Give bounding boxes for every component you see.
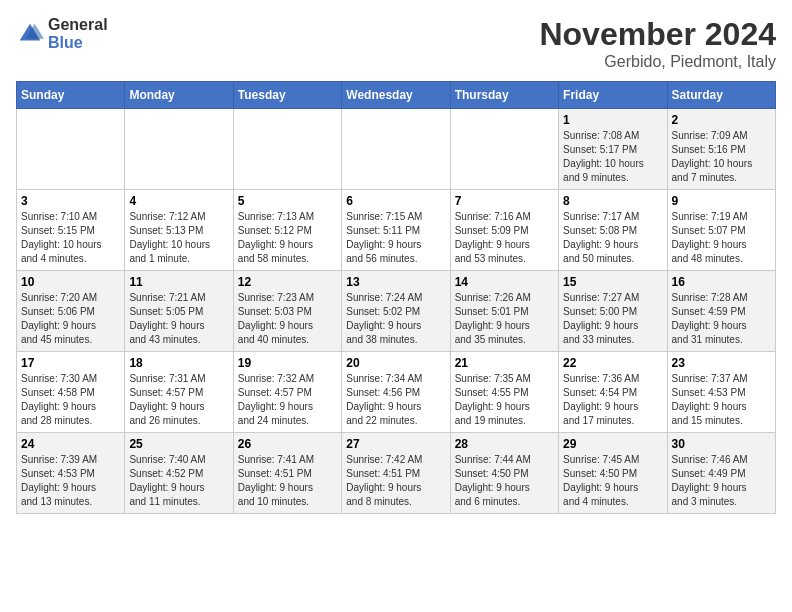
day-number: 26 (238, 437, 337, 451)
day-cell: 28Sunrise: 7:44 AM Sunset: 4:50 PM Dayli… (450, 433, 558, 514)
day-cell: 29Sunrise: 7:45 AM Sunset: 4:50 PM Dayli… (559, 433, 667, 514)
day-cell: 21Sunrise: 7:35 AM Sunset: 4:55 PM Dayli… (450, 352, 558, 433)
day-number: 5 (238, 194, 337, 208)
week-row-1: 1Sunrise: 7:08 AM Sunset: 5:17 PM Daylig… (17, 109, 776, 190)
day-number: 1 (563, 113, 662, 127)
day-info: Sunrise: 7:19 AM Sunset: 5:07 PM Dayligh… (672, 210, 771, 266)
day-cell: 4Sunrise: 7:12 AM Sunset: 5:13 PM Daylig… (125, 190, 233, 271)
month-title: November 2024 (539, 16, 776, 53)
day-number: 2 (672, 113, 771, 127)
day-cell: 9Sunrise: 7:19 AM Sunset: 5:07 PM Daylig… (667, 190, 775, 271)
header-friday: Friday (559, 82, 667, 109)
day-info: Sunrise: 7:20 AM Sunset: 5:06 PM Dayligh… (21, 291, 120, 347)
header-thursday: Thursday (450, 82, 558, 109)
day-cell: 12Sunrise: 7:23 AM Sunset: 5:03 PM Dayli… (233, 271, 341, 352)
day-cell: 20Sunrise: 7:34 AM Sunset: 4:56 PM Dayli… (342, 352, 450, 433)
day-info: Sunrise: 7:31 AM Sunset: 4:57 PM Dayligh… (129, 372, 228, 428)
header-monday: Monday (125, 82, 233, 109)
week-row-4: 17Sunrise: 7:30 AM Sunset: 4:58 PM Dayli… (17, 352, 776, 433)
location: Gerbido, Piedmont, Italy (539, 53, 776, 71)
day-info: Sunrise: 7:32 AM Sunset: 4:57 PM Dayligh… (238, 372, 337, 428)
day-info: Sunrise: 7:13 AM Sunset: 5:12 PM Dayligh… (238, 210, 337, 266)
day-info: Sunrise: 7:15 AM Sunset: 5:11 PM Dayligh… (346, 210, 445, 266)
day-info: Sunrise: 7:21 AM Sunset: 5:05 PM Dayligh… (129, 291, 228, 347)
day-cell: 16Sunrise: 7:28 AM Sunset: 4:59 PM Dayli… (667, 271, 775, 352)
logo: General Blue (16, 16, 108, 51)
week-row-3: 10Sunrise: 7:20 AM Sunset: 5:06 PM Dayli… (17, 271, 776, 352)
day-cell: 22Sunrise: 7:36 AM Sunset: 4:54 PM Dayli… (559, 352, 667, 433)
day-number: 24 (21, 437, 120, 451)
day-info: Sunrise: 7:28 AM Sunset: 4:59 PM Dayligh… (672, 291, 771, 347)
day-cell: 27Sunrise: 7:42 AM Sunset: 4:51 PM Dayli… (342, 433, 450, 514)
day-cell: 6Sunrise: 7:15 AM Sunset: 5:11 PM Daylig… (342, 190, 450, 271)
day-number: 15 (563, 275, 662, 289)
day-number: 3 (21, 194, 120, 208)
day-number: 29 (563, 437, 662, 451)
day-cell: 24Sunrise: 7:39 AM Sunset: 4:53 PM Dayli… (17, 433, 125, 514)
header-row: SundayMondayTuesdayWednesdayThursdayFrid… (17, 82, 776, 109)
day-info: Sunrise: 7:40 AM Sunset: 4:52 PM Dayligh… (129, 453, 228, 509)
day-number: 16 (672, 275, 771, 289)
day-info: Sunrise: 7:41 AM Sunset: 4:51 PM Dayligh… (238, 453, 337, 509)
day-number: 23 (672, 356, 771, 370)
day-info: Sunrise: 7:34 AM Sunset: 4:56 PM Dayligh… (346, 372, 445, 428)
day-number: 6 (346, 194, 445, 208)
day-cell (233, 109, 341, 190)
day-cell: 1Sunrise: 7:08 AM Sunset: 5:17 PM Daylig… (559, 109, 667, 190)
day-info: Sunrise: 7:17 AM Sunset: 5:08 PM Dayligh… (563, 210, 662, 266)
day-info: Sunrise: 7:16 AM Sunset: 5:09 PM Dayligh… (455, 210, 554, 266)
week-row-2: 3Sunrise: 7:10 AM Sunset: 5:15 PM Daylig… (17, 190, 776, 271)
day-cell: 17Sunrise: 7:30 AM Sunset: 4:58 PM Dayli… (17, 352, 125, 433)
day-info: Sunrise: 7:10 AM Sunset: 5:15 PM Dayligh… (21, 210, 120, 266)
day-info: Sunrise: 7:35 AM Sunset: 4:55 PM Dayligh… (455, 372, 554, 428)
day-info: Sunrise: 7:12 AM Sunset: 5:13 PM Dayligh… (129, 210, 228, 266)
day-cell: 13Sunrise: 7:24 AM Sunset: 5:02 PM Dayli… (342, 271, 450, 352)
day-cell: 15Sunrise: 7:27 AM Sunset: 5:00 PM Dayli… (559, 271, 667, 352)
day-info: Sunrise: 7:39 AM Sunset: 4:53 PM Dayligh… (21, 453, 120, 509)
day-cell: 8Sunrise: 7:17 AM Sunset: 5:08 PM Daylig… (559, 190, 667, 271)
day-info: Sunrise: 7:08 AM Sunset: 5:17 PM Dayligh… (563, 129, 662, 185)
day-info: Sunrise: 7:23 AM Sunset: 5:03 PM Dayligh… (238, 291, 337, 347)
day-cell: 19Sunrise: 7:32 AM Sunset: 4:57 PM Dayli… (233, 352, 341, 433)
day-info: Sunrise: 7:27 AM Sunset: 5:00 PM Dayligh… (563, 291, 662, 347)
day-number: 4 (129, 194, 228, 208)
day-cell: 23Sunrise: 7:37 AM Sunset: 4:53 PM Dayli… (667, 352, 775, 433)
day-info: Sunrise: 7:30 AM Sunset: 4:58 PM Dayligh… (21, 372, 120, 428)
logo-general: General (48, 16, 108, 34)
day-cell: 7Sunrise: 7:16 AM Sunset: 5:09 PM Daylig… (450, 190, 558, 271)
day-number: 19 (238, 356, 337, 370)
day-info: Sunrise: 7:09 AM Sunset: 5:16 PM Dayligh… (672, 129, 771, 185)
day-cell (125, 109, 233, 190)
day-cell (450, 109, 558, 190)
day-info: Sunrise: 7:36 AM Sunset: 4:54 PM Dayligh… (563, 372, 662, 428)
day-cell: 30Sunrise: 7:46 AM Sunset: 4:49 PM Dayli… (667, 433, 775, 514)
day-info: Sunrise: 7:24 AM Sunset: 5:02 PM Dayligh… (346, 291, 445, 347)
header-wednesday: Wednesday (342, 82, 450, 109)
day-number: 22 (563, 356, 662, 370)
day-cell: 2Sunrise: 7:09 AM Sunset: 5:16 PM Daylig… (667, 109, 775, 190)
day-info: Sunrise: 7:46 AM Sunset: 4:49 PM Dayligh… (672, 453, 771, 509)
day-cell: 25Sunrise: 7:40 AM Sunset: 4:52 PM Dayli… (125, 433, 233, 514)
day-cell: 10Sunrise: 7:20 AM Sunset: 5:06 PM Dayli… (17, 271, 125, 352)
day-number: 9 (672, 194, 771, 208)
logo-text: General Blue (48, 16, 108, 51)
day-cell: 14Sunrise: 7:26 AM Sunset: 5:01 PM Dayli… (450, 271, 558, 352)
day-number: 8 (563, 194, 662, 208)
day-info: Sunrise: 7:44 AM Sunset: 4:50 PM Dayligh… (455, 453, 554, 509)
day-cell: 3Sunrise: 7:10 AM Sunset: 5:15 PM Daylig… (17, 190, 125, 271)
title-block: November 2024 Gerbido, Piedmont, Italy (539, 16, 776, 71)
day-number: 28 (455, 437, 554, 451)
day-cell: 26Sunrise: 7:41 AM Sunset: 4:51 PM Dayli… (233, 433, 341, 514)
calendar-table: SundayMondayTuesdayWednesdayThursdayFrid… (16, 81, 776, 514)
day-cell (17, 109, 125, 190)
logo-icon (16, 20, 44, 48)
day-info: Sunrise: 7:45 AM Sunset: 4:50 PM Dayligh… (563, 453, 662, 509)
day-number: 12 (238, 275, 337, 289)
day-number: 30 (672, 437, 771, 451)
day-info: Sunrise: 7:37 AM Sunset: 4:53 PM Dayligh… (672, 372, 771, 428)
day-number: 18 (129, 356, 228, 370)
day-number: 21 (455, 356, 554, 370)
day-cell (342, 109, 450, 190)
day-info: Sunrise: 7:26 AM Sunset: 5:01 PM Dayligh… (455, 291, 554, 347)
header-saturday: Saturday (667, 82, 775, 109)
